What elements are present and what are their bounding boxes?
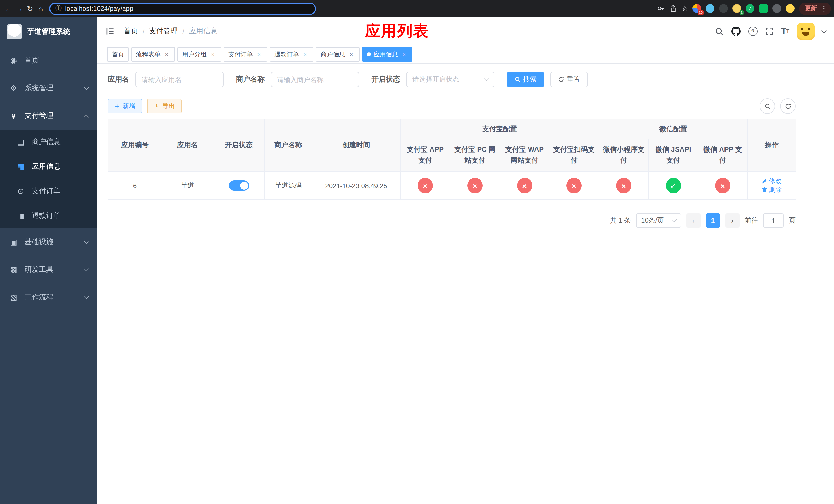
chevron-down-icon [484, 76, 489, 81]
tab-merchant-info[interactable]: 商户信息 × [316, 47, 359, 62]
breadcrumb-home[interactable]: 首页 [124, 27, 138, 36]
sidebar-item-dev-tools[interactable]: ▩ 研发工具 [0, 256, 97, 283]
toggle-search-button[interactable] [760, 98, 775, 114]
monitor-icon: ▣ [9, 237, 18, 247]
close-icon[interactable]: × [209, 51, 216, 58]
table-toolbar: 新增 导出 [108, 98, 795, 114]
sidebar-item-payment[interactable]: ¥ 支付管理 [0, 102, 97, 130]
sidebar-item-label: 商户信息 [32, 137, 61, 147]
edit-link[interactable]: 修改 [762, 177, 782, 186]
delete-link[interactable]: 删除 [762, 186, 782, 194]
bookmark-star-icon[interactable]: ☆ [682, 5, 688, 12]
url-bar[interactable]: ⓘ localhost:1024/pay/app [49, 2, 316, 15]
sidebar-item-app-info[interactable]: ▦ 应用信息 [0, 154, 97, 179]
next-page-button[interactable]: › [725, 213, 740, 228]
fullscreen-icon[interactable] [765, 27, 773, 36]
avatar[interactable] [797, 23, 814, 40]
sidebar-item-refund-orders[interactable]: ▥ 退款订单 [0, 204, 97, 228]
home-icon[interactable]: ⌂ [36, 2, 46, 15]
sidebar-item-label: 支付订单 [32, 187, 61, 196]
extension-icon[interactable] [719, 4, 728, 13]
browser-menu-kebab-icon[interactable]: ⋮ [821, 5, 827, 12]
col-header-status: 开启状态 [213, 119, 264, 171]
extension-icon[interactable] [772, 4, 781, 13]
close-icon[interactable]: × [163, 51, 170, 58]
cell-wechat-mini: × [599, 171, 649, 200]
search-icon[interactable] [715, 27, 724, 36]
font-size-icon[interactable]: TT [781, 27, 789, 36]
tab-refund-orders[interactable]: 退款订单 × [270, 47, 313, 62]
gear-icon: ⚙ [9, 84, 18, 93]
help-icon[interactable]: ? [748, 27, 758, 36]
tab-pay-orders[interactable]: 支付订单 × [224, 47, 267, 62]
edit-link-label: 修改 [769, 177, 782, 186]
extension-icon[interactable] [746, 4, 754, 13]
app-name-label: 应用名 [108, 75, 129, 84]
refresh-button[interactable] [780, 98, 795, 114]
tab-process-form[interactable]: 流程表单 × [131, 47, 175, 62]
page-size-select[interactable]: 10条/页 [636, 213, 681, 228]
sidebar-item-pay-orders[interactable]: ⊙ 支付订单 [0, 179, 97, 204]
breadcrumb-payment[interactable]: 支付管理 [149, 27, 178, 36]
extension-icon[interactable] [706, 4, 715, 13]
chevron-down-icon [84, 85, 89, 90]
col-header-alipay-qr: 支付宝扫码支付 [549, 139, 599, 171]
close-icon[interactable]: × [256, 51, 263, 58]
breadcrumb: 首页 / 支付管理 / 应用信息 [124, 27, 218, 36]
app-logo [7, 24, 22, 40]
extension-icon[interactable] [786, 4, 794, 13]
extension-badge: 10 [698, 10, 704, 15]
app-logo-row[interactable]: 芋道管理系统 [0, 17, 97, 47]
password-key-icon[interactable] [657, 5, 665, 12]
prev-page-button[interactable]: ‹ [686, 213, 701, 228]
merchant-name-input[interactable] [271, 72, 359, 87]
chevron-up-icon [84, 114, 89, 119]
add-button[interactable]: 新增 [108, 99, 142, 113]
extension-icon[interactable] [759, 4, 768, 13]
chevron-down-icon[interactable] [821, 28, 827, 33]
search-button[interactable]: 搜索 [507, 72, 544, 87]
cell-alipay-wap: × [500, 171, 549, 200]
sidebar-item-infrastructure[interactable]: ▣ 基础设施 [0, 228, 97, 256]
cell-created: 2021-10-23 08:49:25 [312, 171, 400, 200]
col-header-alipay-wap: 支付宝 WAP 网站支付 [500, 139, 549, 171]
chevron-down-icon [84, 239, 89, 244]
site-info-icon[interactable]: ⓘ [56, 4, 62, 13]
status-select[interactable]: 请选择开启状态 [406, 72, 495, 87]
close-icon[interactable]: × [302, 51, 309, 58]
browser-update-button[interactable]: 更新 ⋮ [799, 2, 831, 15]
export-button[interactable]: 导出 [147, 99, 181, 113]
group-header-wechat: 微信配置 [599, 119, 748, 139]
github-icon[interactable] [731, 27, 741, 36]
tab-app-info[interactable]: 应用信息 × [362, 47, 412, 62]
sidebar-item-label: 系统管理 [25, 84, 53, 93]
tab-user-group[interactable]: 用户分组 × [177, 47, 221, 62]
tab-label: 应用信息 [373, 50, 398, 59]
document-icon: ▥ [16, 211, 25, 221]
goto-page-input[interactable] [763, 213, 784, 228]
close-icon[interactable]: × [348, 51, 355, 58]
page-number-button[interactable]: 1 [706, 213, 720, 228]
tab-home[interactable]: 首页 [107, 47, 129, 62]
sidebar-item-label: 研发工具 [25, 265, 53, 274]
close-icon[interactable]: × [401, 51, 408, 58]
sidebar-item-workflow[interactable]: ▧ 工作流程 [0, 283, 97, 311]
hamburger-icon[interactable] [106, 27, 115, 36]
reset-button-label: 重置 [567, 75, 580, 84]
reload-icon[interactable]: ↻ [25, 2, 36, 15]
reset-button[interactable]: 重置 [550, 72, 588, 87]
share-icon[interactable] [670, 5, 677, 12]
extension-icon[interactable]: 10 [693, 4, 701, 13]
extension-icon[interactable]: 1 [732, 4, 741, 13]
table-row: 6 芋道 芋道源码 2021-10-23 08:49:25 × × × × × [108, 171, 796, 200]
sidebar-item-merchant-info[interactable]: ▤ 商户信息 [0, 130, 97, 154]
breadcrumb-current: 应用信息 [189, 27, 218, 36]
forward-icon[interactable]: → [14, 2, 25, 15]
sidebar-item-home[interactable]: ◉ 首页 [0, 47, 97, 74]
add-button-label: 新增 [123, 102, 135, 111]
back-icon[interactable]: ← [3, 2, 14, 15]
app-name-input[interactable] [135, 72, 224, 87]
tab-label: 退款订单 [275, 50, 299, 59]
status-toggle[interactable] [228, 181, 249, 191]
sidebar-item-system[interactable]: ⚙ 系统管理 [0, 74, 97, 102]
